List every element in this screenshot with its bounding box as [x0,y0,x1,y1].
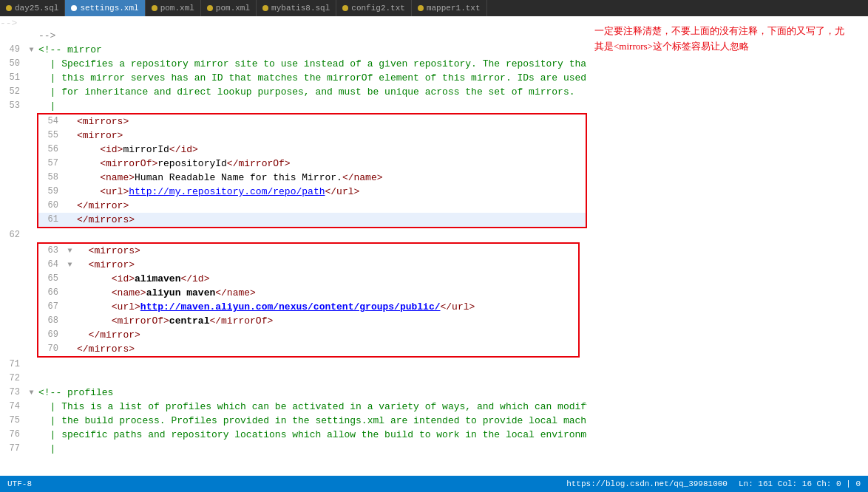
line-content: <id>alimaven</id> [75,272,578,286]
line-number: 72 [0,372,26,386]
line-content: <!-- profiles [37,386,587,400]
code-line-77: 77 | [0,442,587,456]
line-content: <name>Human Readable Name for this Mirro… [75,171,586,185]
line-content: <mirrorOf>central</mirrorOf> [75,314,578,328]
line-number: 67 [38,300,64,314]
line-number: 63 [38,244,64,258]
tab-dot [207,5,213,11]
code-line-48: --> [0,29,587,43]
line-number: 65 [38,272,64,286]
code-line-59: 59 <url>http://my.repository.com/repo/pa… [38,185,586,199]
line-number: 52 [0,85,26,99]
line-content: <mirrors> [75,115,586,129]
line-number: 69 [38,328,64,342]
content-area: --> --> 49 ▼ <!-- mirror 50 | Specifies [0,16,868,476]
tab-label: pom.xml [160,4,194,13]
line-number: 74 [0,400,26,414]
line-content: <url>http://my.repository.com/repo/path<… [75,185,586,199]
line-number: 59 [38,185,64,199]
tab-dot [342,5,348,11]
tab-pom2[interactable]: pom.xml [201,0,257,16]
tab-label: pom.xml [216,4,250,13]
code-line-58: 58 <name>Human Readable Name for this Mi… [38,171,586,185]
line-number: 64 [38,258,64,272]
tab-pom1[interactable]: pom.xml [146,0,201,16]
line-number [0,29,26,43]
code-line-69: 69 </mirror> [38,328,578,342]
tab-dot [6,5,12,11]
code-line-61: 61 </mirrors> [38,213,586,227]
line-number: 61 [38,213,64,227]
status-bar-left: UTF-8 [7,479,566,488]
status-url: https://blog.csdn.net/qq_39981000 [566,479,728,488]
line-number: 75 [0,414,26,428]
line-content: --> [37,29,587,43]
line-number: 55 [38,129,64,143]
line-content: </mirrors> [75,342,578,356]
tab-dot [71,5,77,11]
tab-mybatis[interactable]: mybatis8.sql [257,0,336,16]
line-content: <mirrorOf>repositoryId</mirrorOf> [75,157,586,171]
line-number: 73 [0,386,26,400]
tab-mapper[interactable]: mapper1.txt [412,0,487,16]
line-number: 62 [0,228,26,242]
line-content: </mirrors> [75,213,586,227]
status-lineinfo: Ln: 161 Col: 16 Ch: 0 | 0 [739,479,861,488]
line-number: 50 [0,57,26,71]
line-content: | for inheritance and direct lookup purp… [37,85,587,99]
fold-icon[interactable]: ▼ [26,386,37,400]
code-line-70: 70 </mirrors> [38,342,578,356]
tab-settings[interactable]: settings.xml [65,0,145,16]
tab-dot [262,5,268,11]
line-content: | specific paths and repository location… [37,428,587,442]
code-line-67: 67 <url>http://maven.aliyun.com/nexus/co… [38,300,578,314]
code-line-52: 52 | for inheritance and direct lookup p… [0,85,587,99]
line-number: 58 [38,171,64,185]
line-number: 49 [0,43,26,57]
status-bar: UTF-8 https://blog.csdn.net/qq_39981000 … [0,476,868,492]
mirrors-outline-section: 54 <mirrors> 55 <mirror> 56 < [37,113,587,228]
code-line-66: 66 <name>aliyun maven</name> [38,286,578,300]
tab-label: mybatis8.sql [271,4,330,13]
fold-icon[interactable]: ▼ [64,244,75,258]
line-number: 68 [38,314,64,328]
line-number: 60 [38,199,64,213]
tab-label: mapper1.txt [427,4,481,13]
tab-label: day25.sql [15,4,58,13]
line-number: 56 [38,143,64,157]
code-line-57: 57 <mirrorOf>repositoryId</mirrorOf> [38,157,586,171]
code-line-72: 72 [0,372,587,386]
line-number: 54 [38,115,64,129]
code-line-62: 62 [0,228,587,242]
tab-label: config2.txt [351,4,405,13]
line-content: | This is a list of profiles which can b… [37,400,587,414]
line-content: <id>mirrorId</id> [75,143,586,157]
code-line-54: 54 <mirrors> [38,115,586,129]
line-content: </mirror> [75,199,586,213]
tab-day25[interactable]: day25.sql [0,0,65,16]
code-line-60: 60 </mirror> [38,199,586,213]
line-number: 66 [38,286,64,300]
code-section[interactable]: --> --> 49 ▼ <!-- mirror 50 | Specifies [0,16,587,476]
tab-config[interactable]: config2.txt [336,0,412,16]
line-content: <mirrors> [75,244,578,258]
line-content: | this mirror serves has an ID that matc… [37,71,587,85]
fold-icon[interactable]: ▼ [26,43,37,57]
line-content: <name>aliyun maven</name> [75,286,578,300]
code-line-56: 56 <id>mirrorId</id> [38,143,586,157]
annotation-section: 一定要注释清楚，不要上面的没有注释，下面的又写了，尤其是<mirrors>这个标… [587,16,868,476]
tab-label: settings.xml [80,4,138,13]
fold-icon[interactable]: ▼ [64,258,75,272]
code-line-55: 55 <mirror> [38,129,586,143]
line-number: 57 [38,157,64,171]
tab-bar: day25.sql settings.xml pom.xml pom.xml m… [0,0,868,16]
code-line-65: 65 <id>alimaven</id> [38,272,578,286]
line-number: 71 [0,358,26,372]
line-content: <mirror> [75,129,586,143]
code-line-49: 49 ▼ <!-- mirror [0,43,587,57]
code-line-53: 53 | [0,99,587,113]
tab-dot [152,5,157,11]
line-content: <url>http://maven.aliyun.com/nexus/conte… [75,300,578,314]
editor-container: day25.sql settings.xml pom.xml pom.xml m… [0,0,868,492]
code-line-68: 68 <mirrorOf>central</mirrorOf> [38,314,578,328]
